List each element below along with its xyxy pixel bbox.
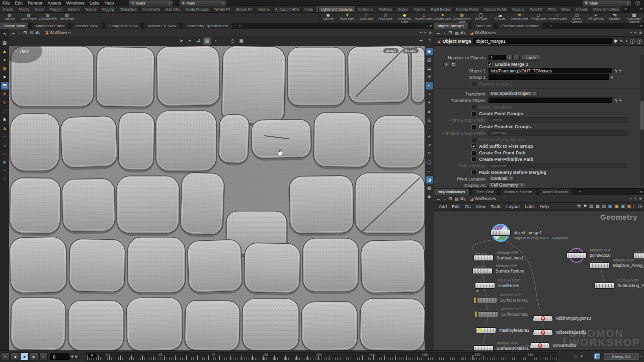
pane-menu-icon[interactable]: ▾	[640, 23, 642, 29]
shelf-tool-stereo-camera[interactable]: ◫Stereo Camera	[567, 13, 586, 23]
viewport-view-menu[interactable]: ▤ View	[14, 49, 29, 54]
headlight-icon[interactable]: ☀	[426, 73, 433, 81]
forward-arrow-icon[interactable]: →	[442, 30, 447, 35]
shelf-tab-hair-utils[interactable]: Hair Utils	[163, 6, 183, 12]
shelf-tab-oceans[interactable]: Oceans	[510, 6, 527, 12]
ghost-objects-icon[interactable]: ◌	[220, 37, 228, 45]
shelf-tab-volume[interactable]: Volume	[411, 6, 428, 12]
back-arrow-icon[interactable]: ←	[436, 196, 441, 201]
viewport-3d[interactable]: ▤ View persp1 No cam	[9, 46, 425, 350]
shelf-tab-collisions[interactable]: Collisions	[356, 6, 376, 12]
shelf-tab-guide-process[interactable]: Guide Process	[183, 6, 212, 12]
checkbox-pack-geometry-before-merging[interactable]	[471, 170, 476, 175]
node-body[interactable]	[567, 252, 587, 258]
magnet-edge-icon[interactable]: ∪	[1, 142, 9, 149]
breadcrumb-node[interactable]: ◪WallNoises	[43, 30, 72, 35]
shelf-tab-drive-simulation[interactable]: Drive Simulation	[591, 6, 622, 12]
shelf-tab-rigid-bodies[interactable]: Rigid Bodies	[428, 6, 453, 12]
forward-arrow-icon[interactable]: →	[17, 30, 22, 35]
grid-align-icon[interactable]: ▥	[602, 204, 606, 209]
pane-tab-asset-browser[interactable]: Asset Browser	[539, 189, 573, 195]
color-palette-icon[interactable]: ▣	[608, 204, 612, 209]
linked-pane-icon[interactable]: ◉	[639, 31, 642, 35]
net-menu-layout[interactable]: Layout	[504, 204, 522, 209]
pane-tab-object-merge1[interactable]: object_merge1	[434, 23, 468, 29]
checkbox-create-primitive-groups[interactable]	[471, 124, 476, 129]
menu-edit[interactable]: Edit	[13, 0, 26, 6]
current-frame-field[interactable]: 0	[50, 353, 69, 360]
jump-to-start-button[interactable]: «	[1, 352, 10, 360]
breadcrumb-root[interactable]: ▤obj	[453, 30, 467, 35]
shelf-tool-vdbtoshape[interactable]: ◍VDBtoSHAPE	[38, 13, 57, 23]
view-layout-icon[interactable]: ▣	[426, 48, 433, 55]
shelf-tool-ambient-light[interactable]: ◌Ambient Light	[548, 13, 567, 23]
pane-tab-animation-editor[interactable]: Animation Editor	[32, 23, 69, 29]
rotate-icon[interactable]: ↻	[1, 99, 9, 107]
net-menu-tools[interactable]: Tools	[488, 204, 504, 209]
pane-tab-render-view[interactable]: Render View	[71, 23, 102, 29]
menu-labs[interactable]: Labs	[87, 0, 102, 6]
pane-tab-add[interactable]: +	[235, 23, 245, 29]
radial-menu-selector[interactable]: ◉ Main ⇕	[180, 1, 226, 6]
shelf-tab-characters[interactable]: Characters	[117, 6, 140, 12]
view-help-icon[interactable]: ?	[426, 37, 433, 45]
help-button[interactable]: ?	[635, 1, 640, 6]
choose-operator-icon[interactable]: ⌖	[619, 98, 622, 103]
shape-palette-icon[interactable]: ▣	[614, 204, 619, 209]
param-scrollbar[interactable]	[640, 55, 643, 187]
shelf-tool-distant-light[interactable]: ✦Distant Light	[433, 13, 452, 23]
snapshot-icon[interactable]: ▤	[426, 56, 433, 64]
net-menu-view[interactable]: View	[473, 204, 488, 209]
shelf-tool-environment-light[interactable]: ◍Environment Light	[452, 13, 471, 23]
shelf-tab-add[interactable]: +	[622, 6, 630, 12]
menu-file[interactable]: File	[0, 0, 13, 6]
checkbox-add-suffix-to-first-group[interactable]: ✓	[471, 144, 476, 149]
node-body[interactable]	[633, 253, 644, 259]
shelf-tool-copypieces[interactable]: ◍CopyPieces	[19, 13, 38, 23]
view-pivot-icon[interactable]: ◔	[1, 167, 9, 175]
viewport-persp-badge[interactable]: persp1	[383, 48, 398, 53]
param-path-field[interactable]	[489, 98, 612, 103]
playback-options-icon[interactable]: ▷	[575, 354, 578, 358]
shelf-tab-deform[interactable]: Deform	[65, 6, 83, 12]
shade-mode-icon[interactable]: ◪	[426, 176, 433, 184]
pane-menu-icon[interactable]: ▾	[430, 23, 432, 29]
grid-snap-icon[interactable]: ▦	[595, 204, 600, 209]
param-scrollbar-thumb[interactable]	[640, 101, 643, 130]
clear-button[interactable]: Clear	[522, 55, 540, 61]
pane-tab-material-palette[interactable]: Material Palette	[501, 189, 536, 195]
pane-tab-tree-view[interactable]: Tree View	[472, 189, 498, 195]
shelf-tool-switcher[interactable]: ⇆Switcher	[605, 13, 624, 23]
view-corner-icon[interactable]: ⌐	[426, 167, 433, 175]
net-menu-edit[interactable]: Edit	[449, 204, 462, 209]
desktop-selector[interactable]: ▥ Build ⇕	[129, 1, 173, 6]
node-body[interactable]	[475, 283, 495, 289]
linked-pane-icon[interactable]: ◉	[429, 31, 432, 35]
snap-options-icon[interactable]: ▦	[203, 37, 211, 45]
network-pin-icon[interactable]: ⊞	[448, 30, 452, 35]
node-body[interactable]	[594, 283, 614, 289]
multiparm-reorder-button[interactable]: ⇅	[450, 61, 456, 67]
pane-maximize-icon[interactable]: ▫	[637, 189, 638, 195]
number-of-objects-field[interactable]: 1	[489, 55, 506, 60]
pin-pane-icon[interactable]: ✛	[424, 31, 427, 35]
node-body[interactable]	[477, 297, 497, 303]
hand-tool-icon[interactable]: ☟	[1, 176, 9, 184]
frame-prev-button[interactable]: ◀	[69, 354, 74, 358]
play-forward-button[interactable]: ▶	[30, 352, 38, 360]
pin-pane-icon[interactable]: ✛	[634, 197, 637, 201]
data-view-icon[interactable]: ▣	[620, 204, 625, 209]
snap-prim-icon[interactable]: ◮	[1, 125, 9, 132]
shelf-tool-sky-light[interactable]: ◯Sky Light	[471, 13, 491, 23]
shelf-tool-sheetpack[interactable]: ◍sheetPack	[57, 13, 76, 23]
pane-tab--obj-wallnoises[interactable]: /obj/WallNoises	[434, 189, 469, 195]
bypass-flag-icon[interactable]	[475, 311, 477, 317]
pane-menu-icon[interactable]: ▾	[640, 189, 642, 195]
radial-menu-icon[interactable]: ▦	[1, 39, 9, 47]
jump-to-end-button[interactable]: »	[39, 352, 48, 360]
shelf-overflow-icon[interactable]: ▾	[638, 6, 644, 12]
gear-star-icon[interactable]: ✱	[614, 39, 618, 44]
bundle-icon[interactable]: ▣	[627, 204, 631, 209]
pane-tab-motion-fx-view[interactable]: Motion FX View	[144, 23, 180, 29]
shelf-tab-volume[interactable]: Volume	[255, 6, 272, 12]
